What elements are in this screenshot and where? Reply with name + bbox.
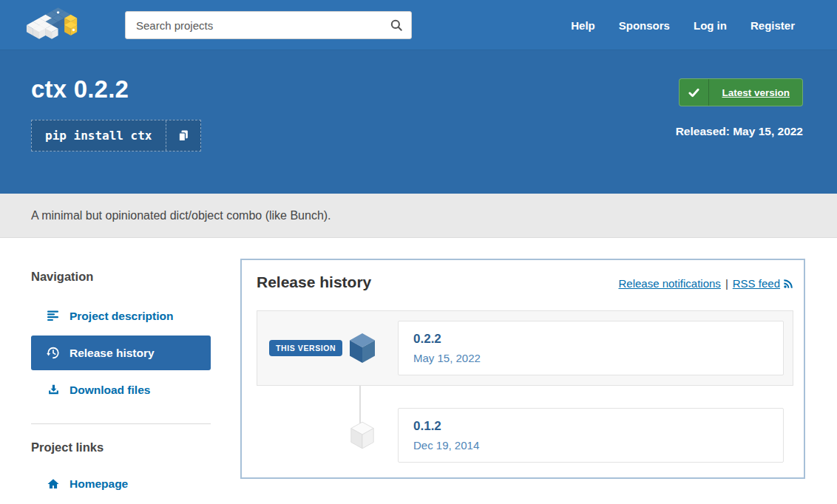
checkmark-icon	[680, 79, 709, 106]
search-icon	[390, 18, 403, 32]
latest-version-badge[interactable]: Latest version	[679, 78, 803, 106]
sidebar-divider	[31, 423, 211, 424]
latest-version-label: Latest version	[709, 79, 802, 106]
sidebar-item-label: Download files	[70, 384, 150, 397]
package-cube-blue-icon	[348, 332, 376, 364]
align-left-icon	[47, 310, 60, 323]
release-version: 0.1.2	[413, 419, 768, 434]
sidebar-item-project-description[interactable]: Project description	[31, 299, 211, 333]
badge-column: THIS VERSION	[269, 340, 340, 356]
copy-button[interactable]	[166, 120, 200, 151]
release-timeline: THIS VERSION 0.2.2 May 15, 2022	[257, 310, 793, 473]
panel-title: Release history	[257, 273, 371, 291]
cube-column	[348, 420, 377, 450]
rss-icon	[783, 279, 793, 289]
package-title: ctx 0.2.2	[31, 75, 201, 103]
nav-sponsors[interactable]: Sponsors	[611, 13, 678, 38]
pip-command-box: pip install ctx	[31, 120, 201, 151]
release-notifications-link[interactable]: Release notifications	[618, 277, 720, 290]
rss-feed-label: RSS feed	[733, 277, 780, 290]
search-button[interactable]	[384, 13, 409, 37]
cube-column	[348, 332, 377, 364]
sidebar: Navigation Project description	[31, 259, 211, 504]
release-version: 0.2.2	[413, 332, 768, 347]
topbar: Help Sponsors Log in Register	[0, 0, 837, 50]
pypi-logo[interactable]	[26, 4, 79, 47]
release-history-panel: Release history Release notifications | …	[240, 259, 805, 479]
content-area: Navigation Project description	[0, 238, 837, 504]
sidebar-item-release-history[interactable]: Release history	[31, 336, 211, 370]
navigation-heading: Navigation	[31, 270, 211, 284]
package-summary: A minimal but opinionated dict/object co…	[31, 209, 331, 222]
rss-feed-link[interactable]: RSS feed	[733, 277, 793, 290]
released-date: Released: May 15, 2022	[676, 125, 803, 138]
release-date: May 15, 2022	[413, 352, 768, 364]
project-links-heading: Project links	[31, 440, 211, 454]
release-card-0-1-2[interactable]: 0.1.2 Dec 19, 2014	[398, 408, 784, 463]
pypi-logo-icon	[26, 4, 79, 44]
home-icon	[47, 477, 60, 491]
release-row: 0.1.2 Dec 19, 2014	[257, 398, 793, 473]
sidebar-item-label: Project description	[70, 310, 173, 323]
nav-login[interactable]: Log in	[685, 13, 735, 38]
package-summary-band: A minimal but opinionated dict/object co…	[0, 194, 837, 238]
history-icon	[47, 347, 60, 360]
panel-header-links: Release notifications | RSS feed	[618, 277, 793, 290]
release-row-current: THIS VERSION 0.2.2 May 15, 2022	[257, 310, 793, 386]
sidebar-item-label: Release history	[70, 347, 155, 360]
nav-help[interactable]: Help	[563, 13, 603, 38]
sidebar-item-download-files[interactable]: Download files	[31, 372, 211, 407]
package-header: ctx 0.2.2 pip install ctx Latest version…	[0, 50, 837, 194]
download-icon	[47, 384, 60, 397]
nav-register[interactable]: Register	[742, 13, 803, 38]
sidebar-nav-list: Project description Release history	[31, 299, 211, 407]
pip-command: pip install ctx	[32, 120, 166, 151]
sidebar-link-homepage[interactable]: Homepage	[31, 469, 211, 499]
search-form	[125, 11, 412, 39]
link-separator: |	[725, 277, 728, 290]
sidebar-link-label: Homepage	[70, 477, 128, 491]
release-date: Dec 19, 2014	[413, 439, 768, 452]
copy-icon	[176, 129, 191, 143]
release-card-0-2-2[interactable]: 0.2.2 May 15, 2022	[398, 321, 784, 375]
search-input[interactable]	[125, 11, 412, 39]
topnav: Help Sponsors Log in Register	[563, 13, 803, 38]
panel-header: Release history Release notifications | …	[257, 273, 793, 291]
this-version-badge: THIS VERSION	[269, 340, 342, 356]
sidebar-links-list: Homepage	[31, 469, 211, 499]
package-cube-white-icon	[350, 420, 375, 450]
